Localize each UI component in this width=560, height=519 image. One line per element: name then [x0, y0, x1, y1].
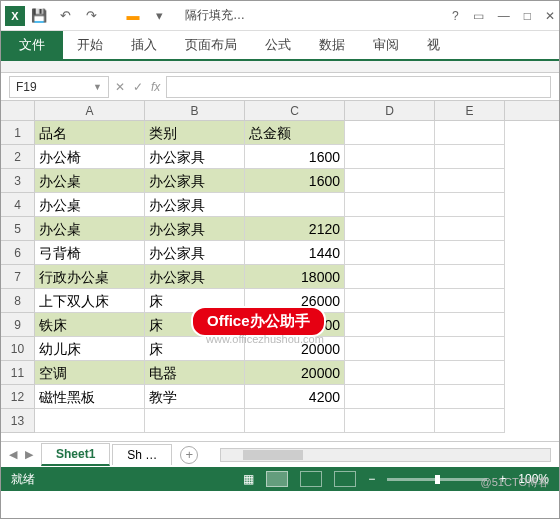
cell[interactable]: 办公椅 — [35, 145, 145, 169]
cell[interactable]: 18000 — [245, 265, 345, 289]
header-cell[interactable]: 类别 — [145, 121, 245, 145]
undo-icon[interactable]: ↶ — [57, 8, 73, 24]
cell[interactable] — [435, 385, 505, 409]
cell[interactable] — [435, 217, 505, 241]
file-tab[interactable]: 文件 — [1, 31, 63, 59]
cell[interactable]: 上下双人床 — [35, 289, 145, 313]
qat-dropdown-icon[interactable]: ▾ — [151, 8, 167, 24]
cell[interactable] — [435, 145, 505, 169]
close-icon[interactable]: ✕ — [545, 9, 555, 23]
cell[interactable]: 行政办公桌 — [35, 265, 145, 289]
row-header[interactable]: 2 — [1, 145, 35, 169]
row-header[interactable]: 10 — [1, 337, 35, 361]
cell[interactable]: 办公桌 — [35, 217, 145, 241]
row-header[interactable]: 9 — [1, 313, 35, 337]
cell[interactable] — [435, 409, 505, 433]
accept-formula-icon[interactable]: ✓ — [133, 80, 143, 94]
cell[interactable]: 办公家具 — [145, 265, 245, 289]
cell[interactable] — [345, 217, 435, 241]
cell[interactable] — [345, 193, 435, 217]
row-header[interactable]: 11 — [1, 361, 35, 385]
header-cell[interactable] — [435, 121, 505, 145]
header-cell[interactable]: 品名 — [35, 121, 145, 145]
tab-home[interactable]: 开始 — [63, 31, 117, 59]
select-all-corner[interactable] — [1, 101, 35, 120]
sheet-nav-next-icon[interactable]: ▶ — [25, 448, 33, 461]
sheet-nav-prev-icon[interactable]: ◀ — [9, 448, 17, 461]
namebox-dropdown-icon[interactable]: ▼ — [93, 82, 102, 92]
cell[interactable] — [345, 409, 435, 433]
cell[interactable] — [435, 337, 505, 361]
row-header[interactable]: 6 — [1, 241, 35, 265]
col-header-b[interactable]: B — [145, 101, 245, 120]
cell[interactable]: 办公家具 — [145, 217, 245, 241]
tab-insert[interactable]: 插入 — [117, 31, 171, 59]
zoom-out-button[interactable]: − — [368, 472, 375, 486]
cell[interactable] — [245, 193, 345, 217]
cell[interactable] — [435, 193, 505, 217]
add-sheet-button[interactable]: + — [180, 446, 198, 464]
maximize-icon[interactable]: □ — [524, 9, 531, 23]
cell[interactable]: 办公家具 — [145, 169, 245, 193]
cell[interactable] — [245, 409, 345, 433]
cell[interactable]: 办公家具 — [145, 241, 245, 265]
tab-layout[interactable]: 页面布局 — [171, 31, 251, 59]
formula-bar[interactable] — [166, 76, 551, 98]
cell[interactable]: 电器 — [145, 361, 245, 385]
col-header-d[interactable]: D — [345, 101, 435, 120]
fx-icon[interactable]: fx — [151, 80, 160, 94]
qat-more-icon[interactable]: ▬ — [125, 8, 141, 24]
macro-record-icon[interactable]: ▦ — [243, 472, 254, 486]
page-break-view-icon[interactable] — [334, 471, 356, 487]
cell[interactable] — [435, 265, 505, 289]
page-layout-view-icon[interactable] — [300, 471, 322, 487]
cell[interactable] — [345, 289, 435, 313]
help-icon[interactable]: ? — [452, 9, 459, 23]
normal-view-icon[interactable] — [266, 471, 288, 487]
cell[interactable] — [345, 313, 435, 337]
cell[interactable]: 弓背椅 — [35, 241, 145, 265]
row-header[interactable]: 13 — [1, 409, 35, 433]
sheet-tab-1[interactable]: Sheet1 — [41, 443, 110, 466]
zoom-slider[interactable] — [387, 478, 487, 481]
cell[interactable] — [435, 241, 505, 265]
cell[interactable]: 办公桌 — [35, 169, 145, 193]
cell[interactable] — [345, 241, 435, 265]
cell[interactable] — [145, 409, 245, 433]
cell[interactable] — [345, 145, 435, 169]
col-header-e[interactable]: E — [435, 101, 505, 120]
minimize-icon[interactable]: — — [498, 9, 510, 23]
cell[interactable] — [345, 385, 435, 409]
cell[interactable] — [345, 265, 435, 289]
tab-data[interactable]: 数据 — [305, 31, 359, 59]
sheet-tab-2[interactable]: Sh … — [112, 444, 172, 465]
cell[interactable] — [345, 361, 435, 385]
cell[interactable]: 空调 — [35, 361, 145, 385]
name-box[interactable]: F19 ▼ — [9, 76, 109, 98]
header-cell[interactable]: 总金额 — [245, 121, 345, 145]
header-cell[interactable] — [345, 121, 435, 145]
row-header[interactable]: 3 — [1, 169, 35, 193]
row-header[interactable]: 12 — [1, 385, 35, 409]
row-header[interactable]: 8 — [1, 289, 35, 313]
cell[interactable]: 办公家具 — [145, 193, 245, 217]
cell[interactable] — [435, 169, 505, 193]
row-header[interactable]: 7 — [1, 265, 35, 289]
cell[interactable]: 磁性黑板 — [35, 385, 145, 409]
tab-view[interactable]: 视 — [413, 31, 454, 59]
cell[interactable] — [435, 289, 505, 313]
cell[interactable]: 1600 — [245, 169, 345, 193]
row-header[interactable]: 4 — [1, 193, 35, 217]
row-header[interactable]: 5 — [1, 217, 35, 241]
cell[interactable]: 4200 — [245, 385, 345, 409]
row-header[interactable]: 1 — [1, 121, 35, 145]
tab-review[interactable]: 审阅 — [359, 31, 413, 59]
cell[interactable]: 2120 — [245, 217, 345, 241]
col-header-c[interactable]: C — [245, 101, 345, 120]
cell[interactable]: 教学 — [145, 385, 245, 409]
cell[interactable] — [435, 313, 505, 337]
cell[interactable] — [435, 361, 505, 385]
horizontal-scrollbar[interactable] — [220, 448, 551, 462]
col-header-a[interactable]: A — [35, 101, 145, 120]
ribbon-collapse-icon[interactable]: ▭ — [473, 9, 484, 23]
